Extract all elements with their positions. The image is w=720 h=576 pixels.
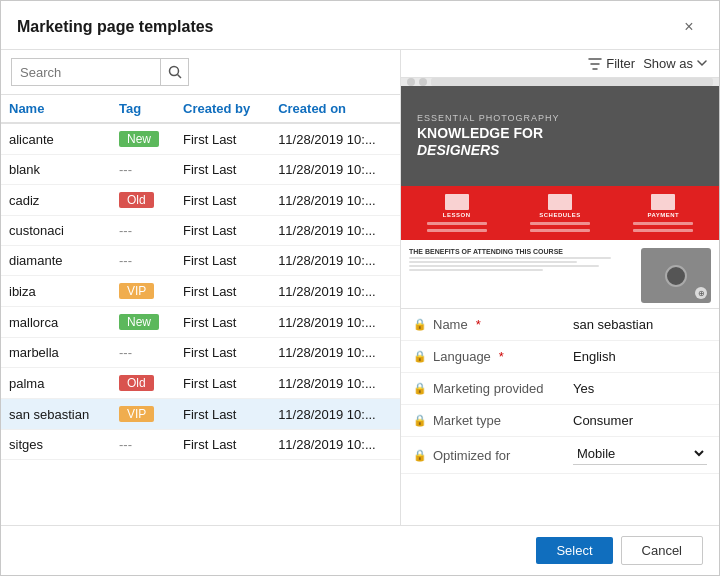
cell-tag: VIP <box>111 399 175 430</box>
dialog-title: Marketing page templates <box>17 18 214 36</box>
cell-created-by: First Last <box>175 276 270 307</box>
cell-name: ibiza <box>1 276 111 307</box>
col-created-on[interactable]: Created on <box>270 95 400 123</box>
table-row[interactable]: diamante --- First Last 11/28/2019 10:..… <box>1 246 400 276</box>
browser-dot <box>419 78 427 86</box>
detail-value: san sebastian <box>573 317 707 332</box>
table-row[interactable]: custonaci --- First Last 11/28/2019 10:.… <box>1 216 400 246</box>
required-indicator: * <box>476 317 481 332</box>
table-row[interactable]: alicante New First Last 11/28/2019 10:..… <box>1 123 400 155</box>
show-as-button[interactable]: Show as <box>643 56 707 71</box>
templates-table-container: Name Tag Created by Created on alicante … <box>1 95 400 525</box>
detail-value: Yes <box>573 381 707 396</box>
dialog-header: Marketing page templates × <box>1 1 719 50</box>
col-name[interactable]: Name <box>1 95 111 123</box>
preview-text-line <box>409 269 543 271</box>
detail-label-text: Name <box>433 317 468 332</box>
cell-created-by: First Last <box>175 246 270 276</box>
dialog-body: Name Tag Created by Created on alicante … <box>1 50 719 525</box>
cell-name: palma <box>1 368 111 399</box>
feature-text <box>633 229 693 232</box>
camera-lens <box>665 265 687 287</box>
cell-tag: --- <box>111 338 175 368</box>
detail-label: 🔒 Language * <box>413 349 573 364</box>
cancel-button[interactable]: Cancel <box>621 536 703 565</box>
detail-label: 🔒 Name * <box>413 317 573 332</box>
table-row[interactable]: san sebastian VIP First Last 11/28/2019 … <box>1 399 400 430</box>
table-row[interactable]: palma Old First Last 11/28/2019 10:... <box>1 368 400 399</box>
detail-row: 🔒 Language * English <box>401 341 719 373</box>
feature-text <box>633 222 693 225</box>
preview-hero-label: ESSENTIAL PHOTOGRAPHY <box>417 113 560 123</box>
cell-name: blank <box>1 155 111 185</box>
table-row[interactable]: marbella --- First Last 11/28/2019 10:..… <box>1 338 400 368</box>
tag-none: --- <box>119 437 132 452</box>
table-row[interactable]: cadiz Old First Last 11/28/2019 10:... <box>1 185 400 216</box>
feature-icon <box>445 194 469 210</box>
detail-row: 🔒 Name * san sebastian <box>401 309 719 341</box>
search-icon <box>168 65 182 79</box>
table-header-row: Name Tag Created by Created on <box>1 95 400 123</box>
cell-created-on: 11/28/2019 10:... <box>270 123 400 155</box>
feature-schedules: SCHEDULES <box>530 194 590 232</box>
required-indicator: * <box>499 349 504 364</box>
table-row[interactable]: sitges --- First Last 11/28/2019 10:... <box>1 430 400 460</box>
show-as-label: Show as <box>643 56 693 71</box>
cell-name: alicante <box>1 123 111 155</box>
tag-badge-new: New <box>119 314 159 330</box>
tag-badge-new: New <box>119 131 159 147</box>
lock-icon: 🔒 <box>413 382 427 395</box>
search-button[interactable] <box>161 58 189 86</box>
preview-image: ESSENTIAL PHOTOGRAPHY KNOWLEDGE FORDESIG… <box>401 78 719 308</box>
cell-name: marbella <box>1 338 111 368</box>
preview-bottom-title: THE BENEFITS OF ATTENDING THIS COURSE <box>409 248 633 255</box>
cell-created-on: 11/28/2019 10:... <box>270 399 400 430</box>
cell-name: cadiz <box>1 185 111 216</box>
search-input[interactable] <box>11 58 161 86</box>
detail-label-text: Language <box>433 349 491 364</box>
col-created-by[interactable]: Created by <box>175 95 270 123</box>
lock-icon: 🔒 <box>413 350 427 363</box>
marketing-templates-dialog: Marketing page templates × Name <box>0 0 720 576</box>
feature-text <box>427 222 487 225</box>
detail-select[interactable]: Mobile <box>573 445 707 462</box>
preview-hero-bold: DESIGNERS <box>417 142 499 158</box>
cell-name: diamante <box>1 246 111 276</box>
cell-tag: --- <box>111 155 175 185</box>
table-row[interactable]: blank --- First Last 11/28/2019 10:... <box>1 155 400 185</box>
detail-row: 🔒 Marketing provided Yes <box>401 373 719 405</box>
table-row[interactable]: ibiza VIP First Last 11/28/2019 10:... <box>1 276 400 307</box>
col-tag[interactable]: Tag <box>111 95 175 123</box>
preview-bottom-text: THE BENEFITS OF ATTENDING THIS COURSE <box>409 248 633 273</box>
cell-created-on: 11/28/2019 10:... <box>270 216 400 246</box>
tag-none: --- <box>119 223 132 238</box>
cell-created-on: 11/28/2019 10:... <box>270 430 400 460</box>
table-row[interactable]: mallorca New First Last 11/28/2019 10:..… <box>1 307 400 338</box>
close-button[interactable]: × <box>675 13 703 41</box>
detail-row: 🔒 Market type Consumer <box>401 405 719 437</box>
tag-none: --- <box>119 162 132 177</box>
svg-point-0 <box>169 67 178 76</box>
detail-label: 🔒 Market type <box>413 413 573 428</box>
cell-tag: --- <box>111 246 175 276</box>
filter-icon <box>588 58 602 70</box>
preview-text-line <box>409 257 611 259</box>
details-panel: 🔒 Name * san sebastian 🔒 Language * Engl… <box>401 308 719 525</box>
cell-created-by: First Last <box>175 155 270 185</box>
cell-tag: Old <box>111 185 175 216</box>
select-button[interactable]: Select <box>536 537 612 564</box>
filter-button[interactable]: Filter <box>588 56 635 71</box>
detail-select-dropdown[interactable]: Mobile <box>573 445 707 465</box>
left-panel: Name Tag Created by Created on alicante … <box>1 50 401 525</box>
preview-hero-title: KNOWLEDGE FORDESIGNERS <box>417 125 543 159</box>
templates-table: Name Tag Created by Created on alicante … <box>1 95 400 460</box>
browser-dot <box>407 78 415 86</box>
cell-created-by: First Last <box>175 368 270 399</box>
tag-badge-vip: VIP <box>119 406 154 422</box>
cell-tag: VIP <box>111 276 175 307</box>
preview-text-line <box>409 265 599 267</box>
preview-text-line <box>409 261 577 263</box>
detail-label-text: Optimized for <box>433 448 510 463</box>
lock-icon: 🔒 <box>413 449 427 462</box>
cell-created-on: 11/28/2019 10:... <box>270 276 400 307</box>
